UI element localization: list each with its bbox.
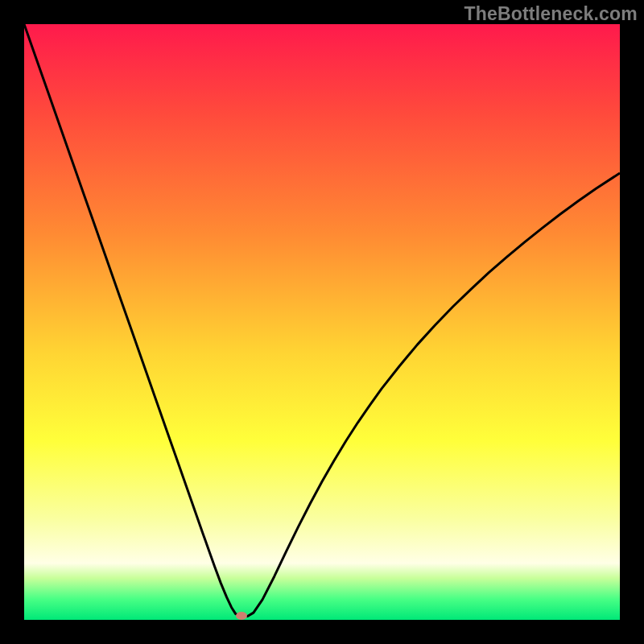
plot-area (24, 24, 620, 620)
min-marker (236, 612, 247, 620)
chart-stage: TheBottleneck.com (0, 0, 644, 644)
bottleneck-curve (24, 24, 620, 617)
curve-layer (24, 24, 620, 620)
watermark-text: TheBottleneck.com (464, 3, 638, 25)
